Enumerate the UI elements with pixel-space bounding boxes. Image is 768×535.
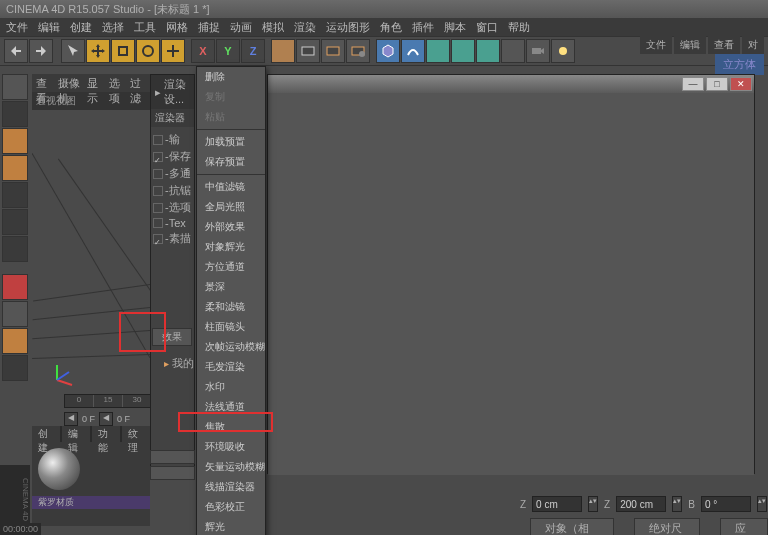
make-editable-btn[interactable] [2, 74, 28, 100]
model-mode-btn[interactable] [2, 101, 28, 127]
rtab-文件[interactable]: 文件 [640, 36, 672, 54]
menu-帮助[interactable]: 帮助 [508, 20, 530, 34]
menu-窗口[interactable]: 窗口 [476, 20, 498, 34]
absolute-size-btn[interactable]: 绝对尺寸 [634, 518, 700, 535]
last-tool-btn[interactable] [161, 39, 185, 63]
vtab-选项[interactable]: 选项 [109, 76, 125, 90]
rs-renderer-tab[interactable]: 渲染器 [151, 109, 194, 127]
redo-btn[interactable] [29, 39, 53, 63]
environment-btn[interactable] [501, 39, 525, 63]
vtab-显示[interactable]: 显示 [87, 76, 103, 90]
menu-模拟[interactable]: 模拟 [262, 20, 284, 34]
menu-编辑[interactable]: 编辑 [38, 20, 60, 34]
deformer-btn[interactable] [476, 39, 500, 63]
ctx-全局光照[interactable]: 全局光照 [197, 197, 265, 217]
menu-动画[interactable]: 动画 [230, 20, 252, 34]
scale-btn[interactable] [111, 39, 135, 63]
polygon-mode-btn[interactable] [2, 236, 28, 262]
nurbs-btn[interactable] [426, 39, 450, 63]
checkbox[interactable] [153, 186, 163, 196]
minimize-btn[interactable]: — [682, 77, 704, 91]
ctx-水印[interactable]: 水印 [197, 377, 265, 397]
light-btn[interactable] [551, 39, 575, 63]
z2-input[interactable] [616, 496, 666, 512]
ctx-柱面镜头[interactable]: 柱面镜头 [197, 317, 265, 337]
z-input[interactable] [532, 496, 582, 512]
snap-settings-btn[interactable] [2, 301, 28, 327]
tl-prev2[interactable]: ◀ [99, 412, 113, 426]
checkbox[interactable] [153, 169, 163, 179]
effects-button[interactable]: 效果 [152, 328, 192, 346]
ctx-辉光[interactable]: 辉光 [197, 517, 265, 535]
z-axis-btn[interactable]: Z [241, 39, 265, 63]
snap-btn[interactable] [2, 274, 28, 300]
spline-btn[interactable] [401, 39, 425, 63]
ctx-次帧运动模糊[interactable]: 次帧运动模糊 [197, 337, 265, 357]
ctx-保存预置[interactable]: 保存预置 [197, 152, 265, 172]
maximize-btn[interactable]: □ [706, 77, 728, 91]
vtab-查看[interactable]: 查看 [36, 76, 52, 90]
y-axis-btn[interactable]: Y [216, 39, 240, 63]
ctx-复制[interactable]: 复制 [197, 87, 265, 107]
rtab-查看[interactable]: 查看 [708, 36, 740, 54]
checkbox[interactable] [153, 135, 163, 145]
ctx-色彩校正[interactable]: 色彩校正 [197, 497, 265, 517]
rs-footer2[interactable] [150, 466, 195, 480]
ctx-柔和滤镜[interactable]: 柔和滤镜 [197, 297, 265, 317]
ctx-粘贴[interactable]: 粘贴 [197, 107, 265, 127]
vtab-摄像机[interactable]: 摄像机 [58, 76, 81, 90]
rtab-编辑[interactable]: 编辑 [674, 36, 706, 54]
b-input[interactable] [701, 496, 751, 512]
rotate-btn[interactable] [136, 39, 160, 63]
ctx-毛发渲染[interactable]: 毛发渲染 [197, 357, 265, 377]
tl-prev[interactable]: ◀ [64, 412, 78, 426]
quantize-btn[interactable] [2, 328, 28, 354]
ctx-中值滤镜[interactable]: 中值滤镜 [197, 177, 265, 197]
mtab-纹理[interactable]: 纹理 [122, 426, 150, 442]
object-relative-btn[interactable]: 对象（相对） [530, 518, 614, 535]
rs-素描[interactable]: -素描 [153, 230, 192, 247]
rtab-对[interactable]: 对 [742, 36, 764, 54]
texture-mode-btn[interactable] [2, 128, 28, 154]
mtab-功能[interactable]: 功能 [92, 426, 120, 442]
z2-spin[interactable]: ▴▾ [672, 496, 682, 512]
checkbox[interactable] [153, 203, 163, 213]
checkbox[interactable] [153, 218, 163, 228]
menu-捕捉[interactable]: 捕捉 [198, 20, 220, 34]
rs-保存[interactable]: -保存 [153, 148, 192, 165]
menu-工具[interactable]: 工具 [134, 20, 156, 34]
edge-mode-btn[interactable] [2, 209, 28, 235]
material-preview[interactable] [38, 448, 80, 490]
menu-渲染[interactable]: 渲染 [294, 20, 316, 34]
ctx-对象辉光[interactable]: 对象辉光 [197, 237, 265, 257]
menu-网格[interactable]: 网格 [166, 20, 188, 34]
mtab-编辑[interactable]: 编辑 [62, 426, 90, 442]
rs-多通[interactable]: -多通 [153, 165, 192, 182]
menu-运动图形[interactable]: 运动图形 [326, 20, 370, 34]
menu-插件[interactable]: 插件 [412, 20, 434, 34]
checkbox[interactable] [153, 234, 163, 244]
menu-创建[interactable]: 创建 [70, 20, 92, 34]
rs-Tex[interactable]: -Tex [153, 216, 192, 230]
ctx-方位通道[interactable]: 方位通道 [197, 257, 265, 277]
menu-角色[interactable]: 角色 [380, 20, 402, 34]
render-settings-btn[interactable] [346, 39, 370, 63]
workplane-btn[interactable] [2, 155, 28, 181]
workplane-mode-btn[interactable] [2, 355, 28, 381]
vtab-过滤[interactable]: 过滤 [130, 76, 146, 90]
apply-btn[interactable]: 应用 [720, 518, 768, 535]
rs-选项[interactable]: -选项 [153, 199, 192, 216]
menu-文件[interactable]: 文件 [6, 20, 28, 34]
checkbox[interactable] [153, 152, 163, 162]
ctx-删除[interactable]: 删除 [197, 67, 265, 87]
render-pv-btn[interactable] [321, 39, 345, 63]
undo-btn[interactable] [4, 39, 28, 63]
menu-选择[interactable]: 选择 [102, 20, 124, 34]
generator-btn[interactable] [451, 39, 475, 63]
rs-抗锯[interactable]: -抗锯 [153, 182, 192, 199]
move-btn[interactable] [86, 39, 110, 63]
b-spin[interactable]: ▴▾ [757, 496, 767, 512]
ctx-法线通道[interactable]: 法线通道 [197, 397, 265, 417]
viewport-3d[interactable] [32, 110, 150, 400]
camera-btn[interactable] [526, 39, 550, 63]
